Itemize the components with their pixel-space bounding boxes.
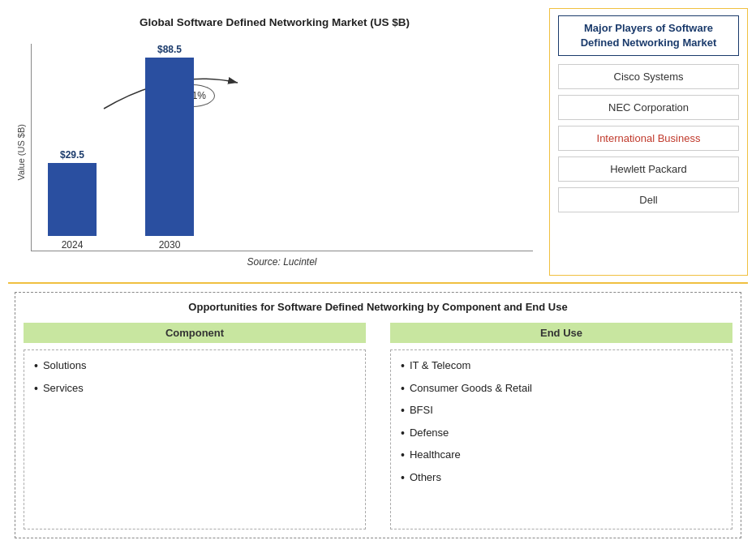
bar-value-2030: $88.5	[157, 44, 182, 55]
chart-inner: $29.5 2024 20.1% $88.5	[31, 44, 533, 268]
bullet-icon: •	[401, 358, 405, 375]
main-container: Global Software Defined Networking Marke…	[0, 0, 756, 553]
bullet-icon: •	[34, 358, 38, 375]
top-section: Global Software Defined Networking Marke…	[8, 8, 748, 284]
component-item-solutions: • Solutions	[34, 358, 355, 375]
opportunities-box: Opportunities for Software Defined Netwo…	[15, 292, 741, 538]
bar-group-2024: $29.5 2024	[48, 149, 97, 251]
bullet-icon: •	[34, 381, 38, 397]
bars-container: $29.5 2024 20.1% $88.5	[31, 44, 533, 251]
chart-title: Global Software Defined Networking Marke…	[16, 16, 533, 28]
enduse-item-consumer-goods: • Consumer Goods & Retail	[401, 381, 722, 397]
opp-title: Opportunities for Software Defined Netwo…	[24, 301, 732, 313]
bar-label-2024: 2024	[62, 239, 84, 251]
player-item-nec: NEC Corporation	[558, 95, 739, 120]
player-item-cisco: Cisco Systems	[558, 64, 739, 89]
enduse-item-defense: • Defense	[401, 426, 722, 442]
enduse-header: End Use	[390, 323, 732, 343]
enduse-item-it-telecom: • IT & Telecom	[401, 358, 722, 375]
enduse-item-healthcare: • Healthcare	[401, 448, 722, 464]
enduse-column: End Use • IT & Telecom • Consumer Goods …	[390, 323, 732, 529]
enduse-content: • IT & Telecom • Consumer Goods & Retail…	[390, 349, 732, 529]
source-text: Source: Lucintel	[31, 256, 533, 268]
opp-columns: Component • Solutions • Services	[24, 323, 732, 529]
player-item-dell: Dell	[558, 187, 739, 212]
chart-wrapper: Value (US $B)	[16, 36, 533, 268]
bar-group-2030: $88.5 2030	[145, 44, 194, 251]
bar-2024	[48, 163, 97, 236]
enduse-item-others: • Others	[401, 470, 722, 487]
bullet-icon: •	[401, 448, 405, 464]
player-item-hp: Hewlett Packard	[558, 156, 739, 182]
enduse-item-bfsi: • BFSI	[401, 403, 722, 419]
component-column: Component • Solutions • Services	[24, 323, 366, 529]
chart-area: Global Software Defined Networking Marke…	[8, 8, 549, 276]
bullet-icon: •	[401, 403, 405, 419]
bar-2030	[145, 58, 194, 236]
bullet-icon: •	[401, 426, 405, 442]
bullet-icon: •	[401, 381, 405, 397]
bullet-icon: •	[401, 470, 405, 487]
bar-value-2024: $29.5	[60, 149, 84, 161]
players-panel: Major Players of Software Defined Networ…	[549, 8, 748, 276]
player-item-ibm: International Business	[558, 126, 739, 151]
players-title: Major Players of Software Defined Networ…	[558, 15, 739, 56]
bar-label-2030: 2030	[159, 239, 181, 251]
component-item-services: • Services	[34, 381, 355, 397]
component-content: • Solutions • Services	[24, 349, 366, 529]
y-axis-label: Value (US $B)	[16, 124, 26, 181]
bottom-section: Opportunities for Software Defined Netwo…	[8, 284, 748, 545]
component-header: Component	[24, 323, 366, 343]
